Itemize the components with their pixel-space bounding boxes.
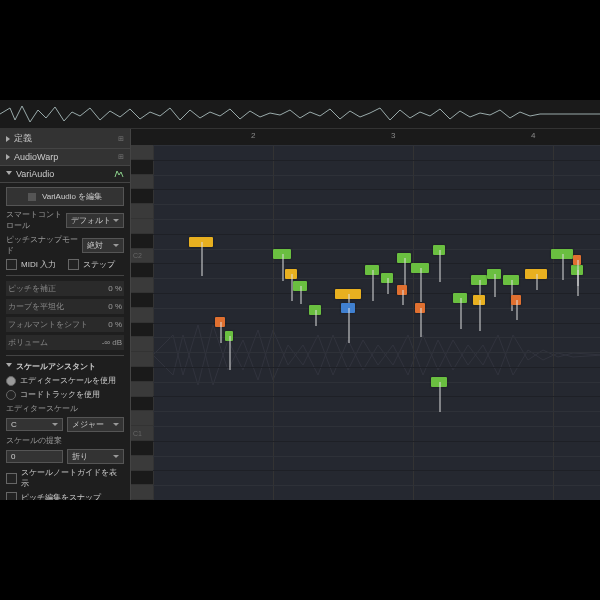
pitch-curve — [348, 308, 350, 343]
edit-variaudio-button[interactable]: VariAudio を編集 — [6, 187, 124, 206]
piano-key[interactable] — [131, 175, 153, 190]
piano-key[interactable] — [131, 352, 153, 367]
volume-slider[interactable]: ボリューム -∞ dB — [6, 335, 124, 350]
collapse-icon — [6, 363, 12, 370]
ruler-mark: 4 — [531, 131, 535, 140]
variaudio-icon — [114, 169, 124, 179]
piano-key[interactable] — [131, 308, 153, 323]
ruler-mark: 3 — [391, 131, 395, 140]
overview-waveform[interactable] — [0, 100, 600, 129]
pitch-curve — [536, 274, 538, 290]
chevron-down-icon — [52, 423, 58, 426]
timeline-ruler[interactable]: 234 — [131, 129, 600, 146]
smart-control-dropdown[interactable]: デフォルト — [66, 213, 124, 228]
piano-key[interactable] — [131, 234, 153, 249]
scale-dir-dropdown[interactable]: 折り — [67, 449, 124, 464]
piano-key[interactable]: C1 — [131, 426, 153, 441]
note-editor[interactable]: 234 C2C1 — [131, 129, 600, 500]
midi-input-checkbox[interactable] — [6, 259, 17, 270]
piano-key[interactable] — [131, 160, 153, 175]
piano-key[interactable] — [131, 293, 153, 308]
gridline-horizontal — [153, 293, 600, 294]
gridline-horizontal — [153, 470, 600, 471]
gridline-horizontal — [153, 145, 600, 146]
editor-scale-radio[interactable] — [6, 376, 16, 386]
piano-key[interactable] — [131, 323, 153, 338]
show-guide-checkbox[interactable] — [6, 473, 17, 484]
pitch-curve — [229, 336, 231, 370]
pitch-curve — [420, 268, 422, 302]
chevron-down-icon — [113, 423, 119, 426]
pitch-curve — [372, 270, 374, 301]
collapse-icon — [6, 171, 12, 178]
gridline-horizontal — [153, 160, 600, 161]
pitch-curve — [220, 322, 222, 343]
pitch-curve — [577, 260, 579, 286]
piano-key[interactable] — [131, 471, 153, 486]
midi-input-label: MIDI 入力 — [21, 259, 56, 270]
pitch-curve — [494, 274, 496, 297]
scale-assistant-title: スケールアシスタント — [16, 361, 96, 372]
step-checkbox[interactable] — [68, 259, 79, 270]
piano-key[interactable] — [131, 485, 153, 500]
pitch-curve — [201, 242, 203, 276]
pitch-curve — [291, 274, 293, 301]
panel-audiowarp[interactable]: AudioWarp ⊞ — [0, 149, 130, 166]
gridline-horizontal — [153, 441, 600, 442]
gridline-horizontal — [153, 456, 600, 457]
pitch-curve — [439, 382, 441, 412]
panel-label: AudioWarp — [14, 152, 58, 162]
piano-key[interactable] — [131, 219, 153, 234]
piano-key[interactable] — [131, 411, 153, 426]
code-track-radio[interactable] — [6, 390, 16, 400]
gridline-horizontal — [153, 352, 600, 353]
gridline-horizontal — [153, 175, 600, 176]
gridline-horizontal — [153, 219, 600, 220]
mode-dropdown[interactable]: メジャー — [67, 417, 124, 432]
gridline-horizontal — [153, 234, 600, 235]
pitch-curve — [402, 290, 404, 305]
piano-roll-keys[interactable]: C2C1 — [131, 145, 154, 500]
piano-key[interactable] — [131, 337, 153, 352]
pitch-correct-slider[interactable]: ピッチを補正 0 % — [6, 281, 124, 296]
editor-scale-label: エディタースケールを使用 — [20, 375, 116, 386]
piano-key[interactable] — [131, 441, 153, 456]
piano-key[interactable]: C2 — [131, 249, 153, 264]
piano-key[interactable] — [131, 456, 153, 471]
pitch-snap-dropdown[interactable]: 絶対 — [82, 238, 124, 253]
gridline-horizontal — [153, 189, 600, 190]
power-icon — [28, 193, 36, 201]
snap-edit-checkbox[interactable] — [6, 492, 17, 500]
pitch-curve — [387, 278, 389, 294]
gridline-horizontal — [153, 249, 600, 250]
expand-icon — [6, 136, 10, 142]
scale-suggest-label: スケールの提案 — [6, 435, 124, 446]
pitch-curve — [562, 254, 564, 280]
chevron-down-icon — [113, 455, 119, 458]
piano-key[interactable] — [131, 382, 153, 397]
piano-key[interactable] — [131, 204, 153, 219]
pitch-curve — [282, 254, 284, 281]
expand-icon — [6, 154, 10, 160]
gridline-horizontal — [153, 382, 600, 383]
gridline-horizontal — [153, 411, 600, 412]
pitch-curve — [315, 310, 317, 326]
panel-variaudio[interactable]: VariAudio — [0, 166, 130, 183]
piano-key[interactable] — [131, 145, 153, 160]
editor-scale-heading: エディタースケール — [6, 403, 124, 414]
piano-key[interactable] — [131, 263, 153, 278]
piano-key[interactable] — [131, 367, 153, 382]
panel-definition[interactable]: 定義 ⊞ — [0, 129, 130, 149]
gridline-horizontal — [153, 426, 600, 427]
pitch-curve — [439, 250, 441, 282]
formant-shift-slider[interactable]: フォルマントをシフト 0 % — [6, 317, 124, 332]
piano-key[interactable] — [131, 189, 153, 204]
key-dropdown[interactable]: C — [6, 418, 63, 431]
scale-count-field[interactable]: 0 — [6, 450, 63, 463]
piano-key[interactable] — [131, 278, 153, 293]
piano-key[interactable] — [131, 397, 153, 412]
curve-flatten-slider[interactable]: カーブを平坦化 0 % — [6, 299, 124, 314]
pitch-curve — [516, 300, 518, 320]
pitch-curve — [479, 300, 481, 331]
pitch-curve — [300, 286, 302, 304]
